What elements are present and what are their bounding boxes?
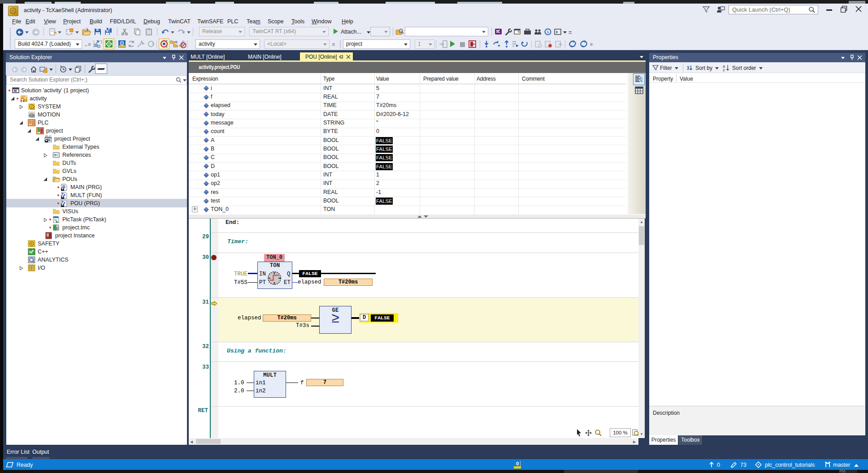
svg-text:Z: Z [723,68,725,71]
svg-text:1: 1 [547,30,549,34]
